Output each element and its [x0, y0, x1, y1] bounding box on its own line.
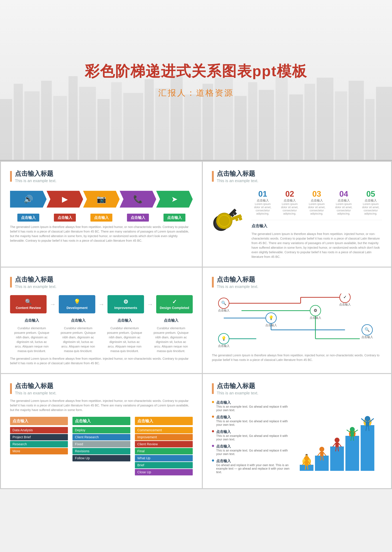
path-diagram: 🔍 点击输入 💡 点击输入 ⚙ 点击输入 ✓ 点击输入 🔍 点击输入 [212, 294, 382, 348]
table-3-row-6[interactable]: Brief [135, 462, 193, 468]
svg-rect-67 [330, 446, 344, 471]
key-desc-text: The generated Lorem Ipsum is therefore a… [252, 232, 382, 259]
table-3-row-4[interactable]: Final [135, 448, 193, 454]
pl-title-4[interactable]: 点击输入 [153, 318, 189, 323]
num-desc-3: Lorem ipsum dolor sit amet, consectetur … [306, 203, 328, 215]
section-subtitle-5: This is an example text. [15, 391, 56, 396]
table-1-row-3[interactable]: Research [10, 441, 68, 447]
section-title-4[interactable]: 点击输入标题 [217, 275, 258, 284]
section-bar-1 [10, 171, 12, 182]
pl-text-4: Curabitur elementum posuere pretium. Qui… [153, 326, 189, 353]
arrow-box-3[interactable]: 📷 [83, 191, 120, 208]
flow-btn-5[interactable]: 点击输入 [163, 214, 185, 222]
flow-btn-1[interactable]: 点击输入 [17, 214, 39, 222]
puzzle-4[interactable]: ✓ Design Completed [156, 295, 193, 313]
flow-label-1: 点击输入 [10, 214, 47, 222]
stair-label-5[interactable]: 点击输入 [216, 459, 292, 463]
flow-btn-3[interactable]: 点击输入 [91, 214, 112, 222]
num-5: 05 [360, 189, 382, 198]
num-label-4[interactable]: 点击输入 [332, 198, 355, 203]
table-2-row-4[interactable]: Revisions [72, 448, 130, 454]
table-1-row-2[interactable]: Project Brief [10, 434, 68, 440]
keys-section: 01 点击输入 Lorem ipsum dolor sit amet, cons… [212, 189, 382, 259]
stair-label-4[interactable]: 点击输入 [216, 444, 292, 449]
section-title-6[interactable]: 点击输入标题 [217, 382, 258, 390]
pl-text-3: Curabitur elementum posuere pretium. Qui… [106, 326, 143, 353]
puzzle-title-2: Development [67, 306, 88, 310]
num-desc-1: Lorem ipsum dolor sit amet, consectetur … [252, 203, 274, 215]
table-2-row-1[interactable]: Deploy [72, 427, 130, 433]
table-2-row-5[interactable]: Follow Up [72, 455, 130, 461]
svg-rect-19 [276, 76, 288, 160]
num-label-3[interactable]: 点击输入 [306, 198, 328, 203]
puzzle-2[interactable]: 💡 Development [59, 295, 95, 313]
svg-rect-24 [349, 81, 364, 160]
stair-dot-4 [212, 445, 214, 447]
table-2-row-3[interactable]: Fixed [72, 441, 130, 447]
arrow-box-5[interactable]: ➤ [156, 191, 193, 208]
num-desc-5: Lorem ipsum dolor sit amet, consectetur … [360, 203, 382, 215]
stair-desc-4: This is an example text. Go ahead and re… [216, 449, 292, 456]
table-3-row-3[interactable]: Client Review [135, 441, 193, 447]
table-3-row-2[interactable]: Improvement [135, 434, 193, 440]
table-3-row-1[interactable]: Commencement [135, 427, 193, 433]
pl-title-1[interactable]: 点击输入 [14, 318, 50, 323]
panel-4: 点击输入标题 This is an example text. [203, 268, 391, 373]
svg-rect-1 [14, 84, 23, 160]
table-3-row-7[interactable]: Close Up [135, 469, 193, 475]
table-1-row-1[interactable]: Data Analysis [10, 427, 68, 433]
num-item-1: 01 点击输入 Lorem ipsum dolor sit amet, cons… [252, 189, 274, 215]
flow-btn-4[interactable]: 点击输入 [127, 214, 149, 222]
svg-text:🔍: 🔍 [221, 300, 226, 305]
svg-rect-0 [0, 99, 12, 160]
table-1-header[interactable]: 点击输入 [10, 417, 68, 425]
arrow-flow: 🔊 ▶ 📷 📞 ➤ [10, 191, 193, 208]
svg-rect-10 [145, 79, 154, 160]
arrow-box-2[interactable]: ▶ [47, 191, 83, 208]
pl-title-2[interactable]: 点击输入 [60, 318, 97, 323]
puzzle-icon-2: 💡 [74, 299, 81, 305]
svg-text:🔍: 🔍 [364, 327, 370, 332]
svg-rect-11 [155, 88, 169, 160]
arrow-box-1[interactable]: 🔊 [10, 191, 47, 208]
stair-item-2: 点击输入 This is an example text. Go ahead a… [212, 415, 292, 426]
puzzle-icon-1: 🔍 [25, 299, 32, 305]
num-label-2[interactable]: 点击输入 [279, 198, 301, 203]
table-3-header[interactable]: 点击输入 [135, 417, 193, 425]
mini-table-3: 点击输入 Commencement Improvement Client Rev… [135, 417, 193, 476]
svg-rect-4 [53, 96, 67, 160]
arrow-box-4[interactable]: 📞 [120, 191, 156, 208]
puzzle-3[interactable]: ⚙ Improvements [107, 295, 144, 313]
stair-item-3: 点击输入 This is an example text, Go ahead a… [212, 429, 292, 441]
svg-text:点击输入: 点击输入 [310, 316, 321, 319]
pl-text-2: Curabitur elementum posuere pretium. Qui… [60, 326, 97, 353]
section-header-1: 点击输入标题 This is an example text. [10, 169, 193, 183]
section-title-2[interactable]: 点击输入标题 [217, 169, 258, 178]
section-title-1[interactable]: 点击输入标题 [15, 169, 56, 178]
key-desc-title[interactable]: 点击输入 [252, 223, 382, 229]
stair-label-2[interactable]: 点击输入 [216, 415, 292, 419]
num-label-1[interactable]: 点击输入 [252, 198, 274, 203]
table-3-row-5[interactable]: What Up [135, 455, 193, 461]
pl-title-3[interactable]: 点击输入 [106, 318, 143, 323]
stair-label-3[interactable]: 点击输入 [216, 429, 292, 434]
stair-label-1[interactable]: 点击输入 [216, 400, 292, 405]
puzzle-1[interactable]: 🔍 Content Review [10, 295, 47, 313]
num-label-5[interactable]: 点击输入 [360, 198, 382, 203]
section-title-5[interactable]: 点击输入标题 [15, 382, 56, 390]
panel-3-bottom: The generated Lorem Ipsum is therefore a… [10, 356, 193, 365]
svg-text:点击输入: 点击输入 [361, 335, 373, 339]
numbers-row: 01 点击输入 Lorem ipsum dolor sit amet, cons… [252, 189, 382, 215]
svg-rect-22 [317, 78, 333, 160]
table-2-header[interactable]: 点击输入 [72, 417, 130, 425]
table-1-row-4[interactable]: More [10, 448, 68, 454]
flow-label-4: 点击输入 [120, 214, 156, 222]
table-2-row-2[interactable]: Client Research [72, 434, 130, 440]
svg-rect-77 [305, 461, 308, 465]
section-title-3[interactable]: 点击输入标题 [15, 275, 56, 284]
stair-desc-3: This is an example text, Go ahead and re… [216, 434, 292, 441]
flow-btn-2[interactable]: 点击输入 [54, 214, 76, 222]
svg-text:点击输入: 点击输入 [218, 309, 230, 312]
flow-label-5: 点击输入 [156, 214, 193, 222]
section-subtitle-3: This is an example text. [15, 284, 56, 289]
